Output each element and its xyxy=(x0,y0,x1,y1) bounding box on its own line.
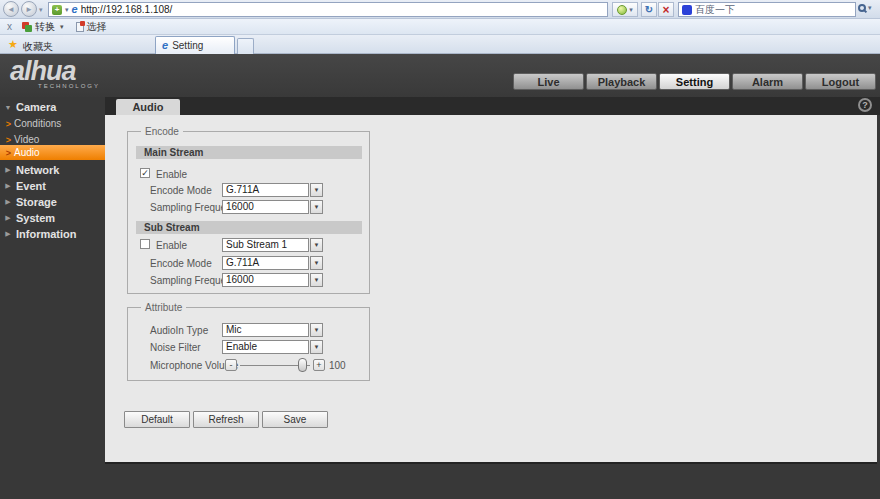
browser-address-row: ◄ ► ▾ + ▾ e http://192.168.1.108/ ▾ ↻ × … xyxy=(0,0,880,19)
dropdown-arrow-icon[interactable]: ▼ xyxy=(310,238,323,252)
dropdown-arrow-icon[interactable]: ▼ xyxy=(310,183,323,197)
noise-filter-select[interactable]: Enable ▼ xyxy=(222,340,323,354)
sub-stream-header: Sub Stream xyxy=(136,221,362,234)
search-icon xyxy=(858,4,866,12)
dropdown-arrow-icon[interactable]: ▼ xyxy=(310,340,323,354)
dropdown-arrow-icon[interactable]: ▼ xyxy=(310,273,323,287)
chevron-right-icon: > xyxy=(0,119,14,129)
app-header: alhua TECHNOLOGY Live Playback Setting A… xyxy=(0,54,880,97)
collapsed-triangle-icon: ▶ xyxy=(0,182,16,190)
audioin-type-label: AudioIn Type xyxy=(150,325,208,336)
main-stream-header: Main Stream xyxy=(136,146,362,159)
expanded-triangle-icon: ▼ xyxy=(0,104,16,111)
noise-filter-label: Noise Filter xyxy=(150,342,201,353)
sidebar-item-audio[interactable]: > Audio xyxy=(0,145,105,160)
audioin-type-select[interactable]: Mic ▼ xyxy=(222,323,323,337)
history-dropdown-icon[interactable]: ▾ xyxy=(39,6,43,14)
dahua-logo: alhua TECHNOLOGY xyxy=(10,57,100,89)
browser-back-button[interactable]: ◄ xyxy=(3,1,19,17)
sidebar-item-network[interactable]: ▶ Network xyxy=(0,163,105,177)
chevron-right-icon: > xyxy=(0,148,14,158)
back-icon: ◄ xyxy=(7,5,15,14)
stop-button[interactable]: × xyxy=(658,2,674,17)
browser-search-input[interactable]: 百度一下 xyxy=(678,2,856,17)
tab-title: Setting xyxy=(172,40,203,51)
select-value: G.711A xyxy=(222,256,309,270)
main-stream-enable-checkbox[interactable]: ✓ xyxy=(140,168,150,178)
volume-minus-button[interactable]: - xyxy=(225,359,237,371)
sub-stream-select[interactable]: Sub Stream 1 ▼ xyxy=(222,238,323,252)
sidebar-item-event[interactable]: ▶ Event xyxy=(0,179,105,193)
globe-icon xyxy=(617,5,627,15)
sub-stream-enable-checkbox[interactable] xyxy=(140,239,150,249)
dropdown-arrow-icon[interactable]: ▼ xyxy=(310,256,323,270)
sub-sampling-frequency-select[interactable]: 16000 ▼ xyxy=(222,273,323,287)
address-bar[interactable]: + ▾ e http://192.168.1.108/ xyxy=(48,2,608,17)
main-encode-mode-select[interactable]: G.711A ▼ xyxy=(222,183,323,197)
nav-alarm-button[interactable]: Alarm xyxy=(732,73,803,90)
sidebar-item-information[interactable]: ▶ Information xyxy=(0,227,105,241)
sidebar-item-camera[interactable]: ▼ Camera xyxy=(0,100,105,114)
dropdown-arrow-icon[interactable]: ▼ xyxy=(310,200,323,214)
collapsed-triangle-icon: ▶ xyxy=(0,198,16,206)
favorites-button[interactable]: 收藏夹 xyxy=(23,40,53,54)
dropdown-arrow-icon[interactable]: ▼ xyxy=(310,323,323,337)
collapsed-triangle-icon: ▶ xyxy=(0,166,16,174)
refresh-button[interactable]: Refresh xyxy=(193,411,259,428)
main-sampling-frequency-select[interactable]: 16000 ▼ xyxy=(222,200,323,214)
shield-dropdown-icon[interactable]: ▾ xyxy=(65,6,69,14)
stop-icon: × xyxy=(662,3,669,17)
tab-ie-icon: e xyxy=(162,40,168,51)
nav-setting-button[interactable]: Setting xyxy=(659,73,730,90)
convert-dropdown-icon[interactable]: ▾ xyxy=(60,23,64,31)
select-value: Sub Stream 1 xyxy=(222,238,309,252)
collapsed-triangle-icon: ▶ xyxy=(0,214,16,222)
refresh-icon: ↻ xyxy=(645,4,653,15)
content-tab-strip: Audio ? xyxy=(105,97,880,115)
sidebar-item-storage[interactable]: ▶ Storage xyxy=(0,195,105,209)
sub-encode-mode-select[interactable]: G.711A ▼ xyxy=(222,256,323,270)
volume-plus-button[interactable]: + xyxy=(313,359,325,371)
select-icon xyxy=(76,22,84,32)
convert-icon xyxy=(22,22,32,32)
new-tab-stub[interactable] xyxy=(237,38,254,54)
browser-forward-button[interactable]: ► xyxy=(21,1,37,17)
compat-dropdown-icon: ▾ xyxy=(629,6,633,14)
search-dropdown-icon[interactable]: ▾ xyxy=(868,4,872,12)
attribute-fieldset: Attribute AudioIn Type Mic ▼ Noise Filte… xyxy=(127,307,370,381)
sidebar-item-label: Network xyxy=(16,164,59,176)
compatibility-button[interactable]: ▾ xyxy=(612,2,638,17)
select-value: G.711A xyxy=(222,183,309,197)
nav-logout-button[interactable]: Logout xyxy=(805,73,876,90)
shield-icon[interactable]: + xyxy=(52,5,62,15)
main-nav: Live Playback Setting Alarm Logout xyxy=(513,73,876,90)
save-button[interactable]: Save xyxy=(262,411,328,428)
volume-slider-thumb[interactable] xyxy=(298,358,307,372)
nav-playback-button[interactable]: Playback xyxy=(586,73,657,90)
encode-mode-label: Encode Mode xyxy=(150,185,212,196)
chevron-right-icon: > xyxy=(0,135,14,145)
browser-tab-row: ★ 收藏夹 e Setting xyxy=(0,35,880,54)
convert-button[interactable]: 转换 xyxy=(35,20,55,34)
select-button[interactable]: 选择 xyxy=(87,20,107,34)
default-button[interactable]: Default xyxy=(124,411,190,428)
settings-sidebar: ▼ Camera > Conditions > Video > Audio ▶ … xyxy=(0,97,105,499)
help-icon[interactable]: ? xyxy=(858,98,872,112)
browser-tab-setting[interactable]: e Setting xyxy=(155,36,235,54)
encode-legend: Encode xyxy=(141,126,183,137)
toolbar-close-icon[interactable]: x xyxy=(7,21,12,32)
logo-text: alhua xyxy=(10,57,100,85)
favorites-star-icon[interactable]: ★ xyxy=(8,39,18,50)
sidebar-item-system[interactable]: ▶ System xyxy=(0,211,105,225)
encode-fieldset: Encode Main Stream ✓ Enable Encode Mode … xyxy=(127,131,370,294)
refresh-page-button[interactable]: ↻ xyxy=(641,2,657,17)
url-text[interactable]: http://192.168.1.108/ xyxy=(81,4,173,15)
sidebar-item-conditions[interactable]: > Conditions xyxy=(0,117,105,130)
search-submit-button[interactable]: ▾ xyxy=(858,4,872,12)
select-value: 16000 xyxy=(222,273,309,287)
select-value: Mic xyxy=(222,323,309,337)
baidu-icon xyxy=(682,5,692,15)
tab-audio[interactable]: Audio xyxy=(116,99,180,115)
audio-settings-panel: Encode Main Stream ✓ Enable Encode Mode … xyxy=(105,115,877,462)
nav-live-button[interactable]: Live xyxy=(513,73,584,90)
